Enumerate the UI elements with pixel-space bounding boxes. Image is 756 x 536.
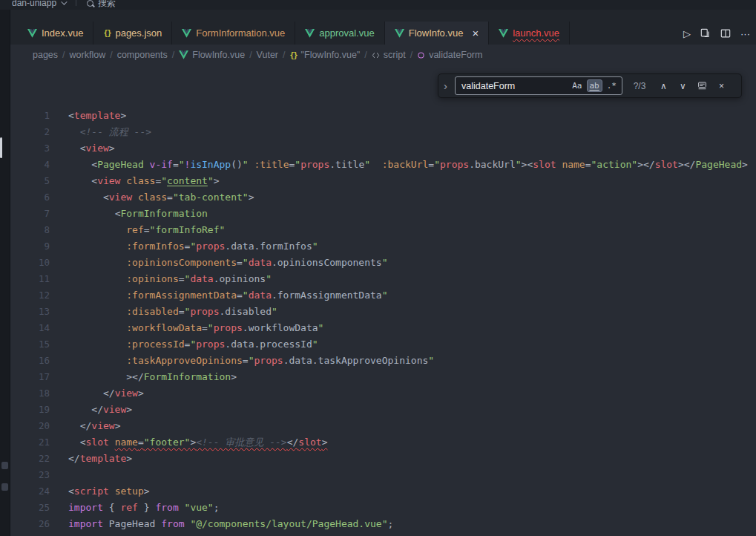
close-find-button[interactable]: × [714,79,729,94]
find-input[interactable]: validateForm Aa ab .* [455,76,622,95]
symbol-method-icon [417,51,425,59]
breadcrumb-label: workflow [70,50,106,60]
tab-label: pages.json [115,27,162,39]
run-button[interactable]: ▷ [683,29,691,39]
code-line-7[interactable]: 7 <FormInformation [10,206,756,222]
line-content: :workflowData="props.workflowData" [68,320,323,336]
tab-label: launch.vue [513,27,559,39]
next-match-button[interactable]: ∨ [676,79,690,94]
previous-match-button[interactable]: ∧ [657,79,671,94]
tab-FlowInfo.vue[interactable]: FlowInfo.vue× [385,22,489,45]
code-line-26[interactable]: 26import PageHead from "@/components/lay… [10,516,756,532]
activity-bar-sliver [0,10,10,536]
line-number: 7 [10,206,50,222]
project-menu[interactable]: dan-uniapp [12,0,65,10]
editor-group: Index.vue{}pages.jsonFormInformation.vue… [10,10,756,536]
code-line-22[interactable]: 22</template> [10,451,756,467]
chevron-down-icon [61,0,67,5]
vue-icon [499,29,508,38]
line-content: :processId="props.data.processId" [68,336,318,353]
symbol-module-icon [372,51,380,59]
code-line-14[interactable]: 14 :workflowData="props.workflowData" [10,320,756,336]
search-icon [87,0,93,7]
line-content: <view class="tab-content"> [68,189,254,206]
line-content: <view class="content"> [68,173,220,189]
code-line-23[interactable]: 23 [10,467,756,483]
titlebar-divider [76,0,76,6]
breadcrumb-item-script[interactable]: script [372,50,406,60]
line-number: 23 [10,467,50,483]
breadcrumb-item-components[interactable]: components [117,50,168,60]
breadcrumb-item-Vuter[interactable]: Vuter [257,50,278,60]
code-line-10[interactable]: 10 :opinionsComponents="data.opinionsCom… [10,255,756,271]
line-number: 25 [10,500,50,516]
breadcrumb-label: "FlowInfo.vue" [301,50,361,60]
regex-button[interactable]: .* [604,79,619,92]
breadcrumb: pages/workflow/components/FlowInfo.vue/V… [10,45,756,65]
project-name: dan-uniapp [12,0,56,10]
code-line-11[interactable]: 11 :opinions="data.opinions" [10,271,756,287]
match-case-button[interactable]: Aa [569,79,585,92]
toggle-replace-icon[interactable]: › [441,79,450,92]
line-number: 18 [10,385,50,402]
split-editor-button[interactable] [720,28,731,39]
code-line-20[interactable]: 20 </view> [10,418,756,434]
breadcrumb-item-FlowInfo.vue[interactable]: {}"FlowInfo.vue" [290,50,361,60]
line-number: 8 [10,222,50,238]
code-line-3[interactable]: 3 <view> [10,140,756,157]
line-content: :taskApproveOpinions="props.data.taskApp… [68,353,434,369]
breadcrumb-item-validateForm[interactable]: validateForm [417,50,482,60]
code-line-4[interactable]: 4 <PageHead v-if="!isInApp()" :title="pr… [10,157,756,173]
code-editor[interactable]: › validateForm Aa ab .* ?/3 ∧ ∨ [10,65,756,536]
tab-label: approval.vue [319,27,374,39]
code-line-17[interactable]: 17 ></FormInformation> [10,369,756,385]
code-line-2[interactable]: 2 <!-- 流程 --> [10,124,756,140]
code-line-1[interactable]: 1<template> [10,108,756,124]
open-changes-button[interactable] [700,28,711,39]
tab-pages.json[interactable]: {}pages.json [93,22,172,45]
code-line-21[interactable]: 21 <slot name="footer"><!-- 审批意见 --></sl… [10,434,756,451]
code-line-15[interactable]: 15 :processId="props.data.processId" [10,336,756,353]
code-line-5[interactable]: 5 <view class="content"> [10,173,756,189]
close-icon[interactable]: × [472,27,479,39]
line-content: import PageHead from "@/components/layou… [68,516,393,532]
code-line-16[interactable]: 16 :taskApproveOpinions="props.data.task… [10,353,756,369]
split-editor-icon [720,28,731,39]
line-content: </view> [68,385,144,402]
code-line-9[interactable]: 9 :formInfos="props.data.formInfos" [10,238,756,255]
line-number: 13 [10,304,50,320]
line-number: 17 [10,369,50,385]
code-line-6[interactable]: 6 <view class="tab-content"> [10,189,756,206]
tab-Index.vue[interactable]: Index.vue [18,22,93,45]
breadcrumb-label: validateForm [429,50,482,60]
tab-label: FlowInfo.vue [409,27,464,39]
open-changes-icon [700,28,711,39]
more-actions-button[interactable]: ··· [740,29,750,39]
line-content: <FormInformation [68,206,208,222]
code-line-19[interactable]: 19 </view> [10,402,756,418]
breadcrumb-separator: / [283,50,285,60]
line-content: :opinionsComponents="data.opinionsCompon… [68,255,388,271]
line-content: :formInfos="props.data.formInfos" [68,238,318,255]
breadcrumb-item-workflow[interactable]: workflow [70,50,106,60]
line-number: 20 [10,418,50,434]
vue-icon [182,29,191,38]
breadcrumb-label: Vuter [257,50,278,60]
tab-approval.vue[interactable]: approval.vue [295,22,384,45]
tab-launch.vue[interactable]: launch.vue [489,22,570,45]
tab-FormInformation.vue[interactable]: FormInformation.vue [172,22,295,45]
code-line-12[interactable]: 12 :formAssignmentData="data.formAssignm… [10,287,756,304]
code-line-24[interactable]: 24<script setup> [10,483,756,500]
line-content: :opinions="data.opinions" [68,271,272,287]
titlebar-search[interactable]: 搜索 [87,0,116,10]
tab-label: FormInformation.vue [196,27,285,39]
breadcrumb-item-FlowInfo.vue[interactable]: FlowInfo.vue [179,50,245,60]
find-in-selection-button[interactable] [695,79,709,94]
line-content: :disabled="props.disabled" [68,304,277,320]
whole-word-button[interactable]: ab [587,79,602,92]
breadcrumb-item-pages[interactable]: pages [33,50,58,60]
code-line-13[interactable]: 13 :disabled="props.disabled" [10,304,756,320]
code-line-25[interactable]: 25import { ref } from "vue"; [10,500,756,516]
code-line-8[interactable]: 8 ref="formInfoRef" [10,222,756,238]
code-line-18[interactable]: 18 </view> [10,385,756,402]
